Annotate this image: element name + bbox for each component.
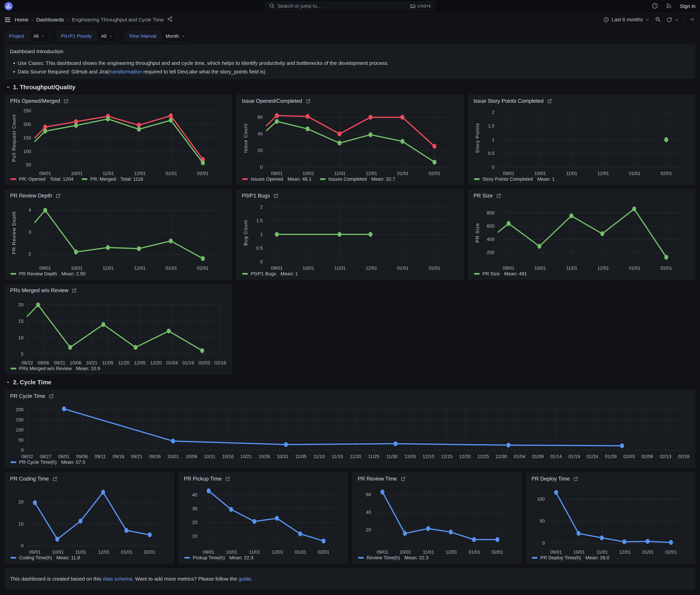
svg-text:12/01: 12/01	[366, 265, 377, 271]
svg-text:01/19: 01/19	[568, 454, 580, 459]
svg-text:12/05: 12/05	[134, 360, 146, 365]
panel-title[interactable]: PR Review Depth	[10, 193, 52, 199]
svg-text:12/01: 12/01	[619, 549, 631, 555]
external-link-icon[interactable]	[56, 193, 61, 198]
svg-text:01/01: 01/01	[121, 549, 133, 555]
breadcrumb-separator: ›	[32, 17, 33, 23]
svg-text:50: 50	[539, 518, 545, 523]
panel-pr-cycle-time: PR Cycle Time 05010015020008/2208/2709/0…	[5, 390, 695, 468]
svg-text:11/20: 11/20	[350, 454, 361, 459]
panel-title[interactable]: PRs Opened/Merged	[10, 98, 60, 104]
svg-text:02/03: 02/03	[198, 360, 210, 365]
time-range-picker[interactable]: Last 6 months	[603, 17, 650, 23]
panel-title[interactable]: PR Coding Time	[10, 476, 49, 482]
share-icon[interactable]	[167, 16, 173, 23]
panel-title[interactable]: PR Cycle Time	[10, 393, 45, 399]
panel-footer-note: This dashboard is created based on this …	[5, 568, 695, 590]
external-link-icon[interactable]	[496, 193, 501, 198]
breadcrumb-dashboards[interactable]: Dashboards	[36, 17, 64, 23]
svg-text:01/19: 01/19	[183, 360, 194, 365]
panel-title[interactable]: PRs Merged w/o Review	[10, 287, 68, 293]
panel-title[interactable]: PR Deploy Time	[531, 476, 570, 482]
svg-text:11/01: 11/01	[596, 549, 608, 555]
zoom-out-icon[interactable]	[655, 16, 661, 23]
filter-project: Project All	[5, 31, 49, 41]
svg-text:12/15: 12/15	[441, 454, 453, 459]
transformation-link[interactable]: transformation	[109, 69, 142, 75]
help-icon[interactable]: ?	[652, 3, 658, 10]
svg-text:1.5: 1.5	[488, 123, 495, 129]
svg-text:400: 400	[487, 237, 495, 242]
external-link-icon[interactable]	[63, 98, 68, 104]
chevron-down-icon	[181, 34, 185, 38]
svg-text:Pull Request Count: Pull Request Count	[11, 114, 17, 162]
chart-pr-pickup-time[interactable]: 1020304009/0110/0111/0112/0101/0102/01	[183, 482, 344, 554]
external-link-icon[interactable]	[72, 288, 77, 293]
svg-text:12/05: 12/05	[404, 454, 416, 459]
panel-title[interactable]: PR Size	[474, 193, 493, 199]
chart-pr-review-depth[interactable]: 23409/0110/0111/0112/0101/0102/01PR Revi…	[9, 199, 228, 270]
chart-pr-coding-time[interactable]: 0102009/0110/0111/0112/0101/0102/01	[9, 482, 170, 554]
external-link-icon[interactable]	[400, 476, 405, 481]
svg-text:20: 20	[18, 302, 24, 308]
chart-pr-deploy-time[interactable]: 05010009/0110/0111/0112/0101/0102/01	[530, 482, 691, 554]
chart-pr-review-time[interactable]: 20406009/0110/0111/0112/0101/0102/01	[356, 482, 517, 554]
svg-text:100: 100	[537, 497, 545, 502]
external-link-icon[interactable]	[573, 476, 578, 481]
dashboard-variables: Project All P0+P1 Priority All Time Inte…	[0, 27, 700, 43]
chevron-down-icon	[109, 34, 113, 38]
svg-text:02/01: 02/01	[429, 265, 441, 271]
svg-text:09/06: 09/06	[76, 454, 88, 459]
svg-text:12/25: 12/25	[477, 454, 489, 459]
panel-title[interactable]: P0/P1 Bugs	[242, 193, 270, 199]
svg-text:01/01: 01/01	[642, 549, 654, 555]
nav-bar: Home › Dashboards › Engineering Throughp…	[0, 12, 700, 27]
breadcrumb-home[interactable]: Home	[15, 17, 28, 23]
chart-p0p1-bugs[interactable]: 00.511.5209/0110/0111/0112/0101/0102/01B…	[241, 199, 459, 270]
data-schema-link[interactable]: data schema	[103, 576, 132, 582]
chart-prs-opened-merged[interactable]: 5010015020025009/0110/0111/0112/0101/010…	[9, 105, 228, 175]
search-input[interactable]: Search or jump to... cmd+k	[265, 2, 435, 11]
external-link-icon[interactable]	[52, 476, 57, 481]
section-throughput-quality[interactable]: 1. Throughput/Quality	[5, 84, 695, 91]
svg-text:02/08: 02/08	[642, 454, 653, 459]
app-logo[interactable]	[4, 2, 13, 10]
refresh-button[interactable]	[666, 17, 679, 23]
menu-toggle-icon[interactable]	[5, 18, 10, 22]
panel-title[interactable]: PR Pickup Time	[184, 476, 222, 482]
svg-text:09/21: 09/21	[131, 454, 143, 459]
external-link-icon[interactable]	[547, 98, 552, 104]
filter-time-interval-label: Time Interval	[124, 31, 161, 41]
guide-link[interactable]: guide	[239, 576, 251, 582]
chart-pr-cycle-time[interactable]: 05010015020008/2208/2709/0109/0609/1109/…	[9, 400, 691, 458]
filter-time-interval-value[interactable]: Month	[161, 31, 189, 41]
svg-text:100: 100	[23, 149, 31, 154]
svg-text:12/01: 12/01	[366, 171, 377, 176]
chart-pr-size[interactable]: 20040060080009/0110/0111/0112/0101/0102/…	[472, 199, 691, 270]
panel-title[interactable]: PR Review Time	[358, 476, 397, 482]
chart-prs-merged-wo-review[interactable]: 510152008/2209/0609/2110/0610/2111/0511/…	[9, 294, 228, 364]
panel-title[interactable]: Issue Story Points Completed	[474, 98, 543, 104]
external-link-icon[interactable]	[49, 394, 54, 399]
filter-priority-value[interactable]: All	[97, 31, 117, 41]
svg-text:11/20: 11/20	[118, 360, 130, 365]
svg-text:11/01: 11/01	[566, 171, 577, 176]
external-link-icon[interactable]	[306, 98, 311, 104]
svg-text:12/10: 12/10	[423, 454, 434, 459]
svg-text:01/09: 01/09	[532, 454, 544, 459]
filter-project-value[interactable]: All	[29, 31, 49, 41]
external-link-icon[interactable]	[273, 193, 278, 198]
svg-text:Story Points: Story Points	[475, 123, 480, 153]
sign-in-button[interactable]: Sign in	[680, 3, 696, 9]
svg-text:02/01: 02/01	[661, 265, 672, 271]
svg-text:12/20: 12/20	[459, 454, 471, 459]
collapse-top-icon[interactable]	[689, 17, 695, 23]
svg-text:12/01: 12/01	[446, 549, 457, 555]
panel-title[interactable]: Issue Opened/Completed	[242, 98, 302, 104]
chart-issue-opened-completed[interactable]: 020406009/0110/0111/0112/0101/0102/01Iss…	[241, 105, 459, 175]
news-rss-icon[interactable]	[666, 3, 672, 10]
svg-text:02/18: 02/18	[215, 360, 226, 365]
section-cycle-time[interactable]: 2. Cycle Time	[5, 379, 695, 386]
external-link-icon[interactable]	[225, 476, 230, 481]
chart-issue-story-points[interactable]: 00.511.5209/0110/0111/0112/0101/0102/01S…	[472, 105, 691, 175]
